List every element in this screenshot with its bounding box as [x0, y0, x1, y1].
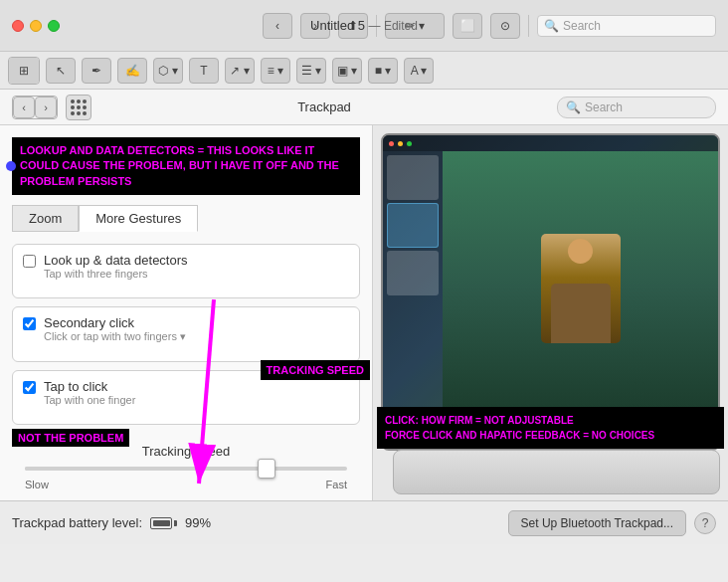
edited-label: — Edited [369, 19, 418, 33]
traffic-lights [12, 20, 60, 32]
lookup-sublabel: Tap with three fingers [44, 268, 188, 280]
slider-fast-label: Fast [326, 479, 347, 490]
options-area: Look up & data detectors Tap with three … [12, 244, 360, 425]
slider-thumb[interactable] [258, 459, 275, 479]
sidebar-thumb-2 [387, 203, 439, 248]
mac-maximize-dot [407, 141, 412, 146]
click-annotation-text: Click: how firm = not adjustable Force C… [385, 415, 654, 441]
battery-tip [174, 520, 177, 526]
tap-to-click-checkbox[interactable] [23, 381, 36, 394]
circle-tool-button[interactable]: ⊙ [490, 13, 520, 39]
grid-view-button[interactable] [66, 95, 91, 120]
battery-label: Trackpad battery level: [12, 515, 142, 530]
sidebar-thumb-1 [387, 155, 439, 200]
secondary-text: Secondary click Click or tap with two fi… [44, 315, 186, 343]
slider-labels: Slow Fast [25, 479, 347, 490]
panel-next-button[interactable]: › [35, 97, 57, 118]
slider-fill [25, 467, 267, 471]
nav-prev-button[interactable]: ‹ [263, 13, 292, 39]
align-tool[interactable]: ☰ ▾ [296, 58, 326, 84]
mac-screenshot-inner [383, 135, 718, 449]
panel-bar: ‹ › Trackpad 🔍 Search [0, 90, 728, 125]
battery-fill [153, 520, 170, 526]
tap-text: Tap to click Tap with one finger [44, 379, 135, 406]
border-tool[interactable]: ▣ ▾ [332, 58, 362, 84]
tab-more-gestures[interactable]: More Gestures [79, 205, 198, 232]
secondary-label: Secondary click [44, 315, 186, 330]
panel-prev-button[interactable]: ‹ [13, 97, 35, 118]
secondary-click-checkbox[interactable] [23, 317, 36, 330]
person-head [568, 239, 593, 264]
mac-close-dot [389, 141, 394, 146]
window-title: Untitled 5 — Edited [310, 18, 418, 33]
battery-body [150, 517, 172, 529]
slider-slow-label: Slow [25, 479, 49, 490]
lookup-checkbox[interactable] [23, 255, 36, 268]
option-group-secondary: Secondary click Click or tap with two fi… [12, 306, 360, 362]
view-toggle-button[interactable]: ⊞ [9, 58, 39, 84]
panel-title: Trackpad [99, 99, 549, 114]
battery-icon [150, 517, 177, 529]
close-button[interactable] [12, 20, 24, 32]
annotation-top: Lookup and data Detectors = This looks l… [12, 137, 360, 195]
mac-sidebar [383, 151, 443, 425]
option-row-tap: Tap to click Tap with one finger [23, 379, 349, 406]
right-panel: Click: how firm = not adjustable Force C… [373, 125, 728, 500]
option-group-lookup: Look up & data detectors Tap with three … [12, 244, 360, 298]
tab-zoom[interactable]: Zoom [12, 205, 79, 232]
title-text: Untitled 5 [310, 18, 365, 33]
slider-section: Tracking speed Slow Fast [15, 444, 357, 490]
mac-screenshot [381, 133, 720, 451]
font-tool[interactable]: A ▾ [404, 58, 434, 84]
trackpad-image [393, 450, 720, 494]
annotation-dot [6, 161, 16, 171]
drawing-toolbar: ⊞ ↖ ✒ ✍ ⬡ ▾ T ↗ ▾ ≡ ▾ ☰ ▾ ▣ ▾ ■ ▾ A ▾ [0, 52, 728, 90]
minimize-button[interactable] [30, 20, 42, 32]
panel-search-field[interactable]: 🔍 Search [557, 97, 716, 118]
main-content: Lookup and data Detectors = This looks l… [0, 125, 728, 500]
fill-tool[interactable]: ■ ▾ [368, 58, 398, 84]
lookup-label: Look up & data detectors [44, 253, 188, 268]
panel-nav-group: ‹ › [12, 96, 58, 119]
view-mode-group: ⊞ [8, 57, 40, 85]
search-field[interactable]: 🔍 Search [537, 15, 716, 37]
pen-draw-tool[interactable]: ✒ [82, 58, 111, 84]
layout-tool[interactable]: ≡ ▾ [261, 58, 290, 84]
cursor-tool[interactable]: ↖ [46, 58, 76, 84]
tap-sublabel: Tap with one finger [44, 394, 135, 406]
slider-track [25, 467, 347, 471]
tap-label: Tap to click [44, 379, 135, 394]
text-tool[interactable]: T [189, 58, 219, 84]
tabs-row: Zoom More Gestures [12, 205, 360, 232]
tracking-speed-overlay-container: Tap to click Tap with one finger Not the… [12, 370, 360, 425]
mac-minimize-dot [398, 141, 403, 146]
secondary-sublabel: Click or tap with two fingers ▾ [44, 330, 186, 343]
help-button[interactable]: ? [694, 512, 716, 534]
arrow-tool[interactable]: ↗ ▾ [225, 58, 255, 84]
shape-tool[interactable]: ⬡ ▾ [153, 58, 183, 84]
title-bar: Untitled 5 — Edited ‹ › ⬆ ✏ ▾ ⬜ ⊙ 🔍 Sear… [0, 0, 728, 52]
option-row-lookup: Look up & data detectors Tap with three … [23, 253, 349, 280]
maximize-button[interactable] [48, 20, 60, 32]
format-button[interactable]: ⬜ [453, 13, 482, 39]
mac-menubar [383, 135, 718, 151]
mac-content-area [383, 151, 718, 425]
left-panel: Lookup and data Detectors = This looks l… [0, 125, 373, 500]
mac-main-area [443, 151, 718, 425]
search-icon: 🔍 [544, 19, 559, 33]
bluetooth-setup-button[interactable]: Set Up Bluetooth Trackpad... [508, 510, 686, 536]
slider-container: Slow Fast [25, 467, 347, 490]
sidebar-thumb-3 [387, 251, 439, 295]
option-row-secondary: Secondary click Click or tap with two fi… [23, 315, 349, 343]
person-body [551, 284, 611, 343]
tracking-speed-annotation: Tracking Speed [261, 360, 370, 380]
search-placeholder: Search [563, 19, 601, 33]
status-bar: Trackpad battery level: 99% Set Up Bluet… [0, 500, 728, 544]
brush-tool[interactable]: ✍ [117, 58, 147, 84]
panel-search-placeholder: Search [585, 100, 623, 114]
annotation-top-text: Lookup and data Detectors = This looks l… [20, 144, 339, 187]
not-the-problem-label: Not the problem [12, 429, 129, 447]
click-annotation: Click: how firm = not adjustable Force C… [377, 407, 724, 449]
grid-icon [67, 96, 91, 119]
lookup-text: Look up & data detectors Tap with three … [44, 253, 188, 280]
